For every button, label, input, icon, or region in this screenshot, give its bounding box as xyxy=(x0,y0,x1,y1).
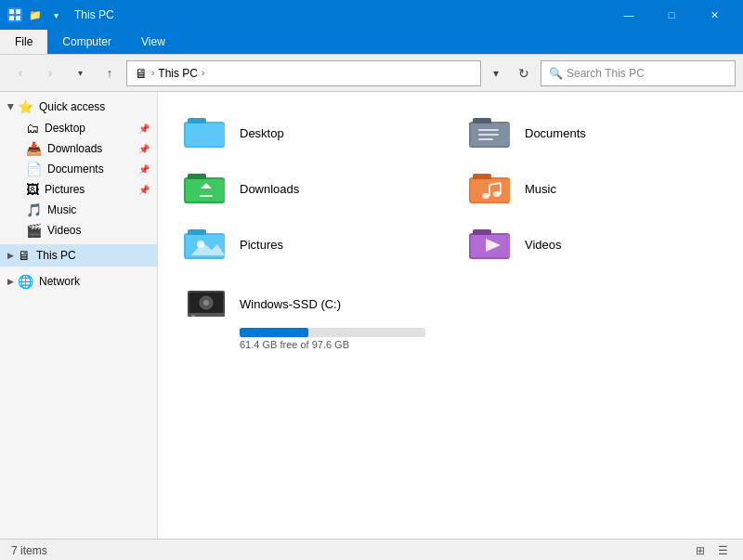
address-path[interactable]: 🖥 › This PC › xyxy=(126,60,481,86)
desktop-folder-icon-large xyxy=(184,114,228,151)
drive-space-text: 61.4 GB free of 97.6 GB xyxy=(240,339,717,350)
sidebar-item-desktop-label: Desktop xyxy=(45,122,85,135)
sidebar-item-videos[interactable]: 🎬 Videos xyxy=(0,220,157,241)
view-buttons: ⊞ ☰ xyxy=(691,541,732,560)
maximize-button[interactable]: □ xyxy=(650,0,693,30)
folder-item-desktop[interactable]: Desktop xyxy=(173,107,443,159)
search-box[interactable]: 🔍 Search This PC xyxy=(541,60,736,86)
path-arrow2: › xyxy=(202,68,204,78)
ribbon-tabs: File Computer View xyxy=(0,30,743,54)
downloads-folder-icon: 📥 xyxy=(26,141,42,156)
music-folder-icon-large xyxy=(469,170,514,207)
folder-item-pictures[interactable]: Pictures xyxy=(173,218,443,270)
svg-rect-2 xyxy=(9,16,14,20)
window-title: This PC xyxy=(74,8,607,21)
pictures-folder-icon: 🖼 xyxy=(26,182,39,197)
folder-nav-icon: 📁 xyxy=(28,7,43,22)
close-button[interactable]: ✕ xyxy=(693,0,736,30)
documents-folder-label: Documents xyxy=(525,126,586,140)
status-bar: 7 items ⊞ ☰ xyxy=(0,539,743,560)
sidebar-item-pictures[interactable]: 🖼 Pictures 📌 xyxy=(0,179,157,200)
pictures-folder-icon-large xyxy=(184,226,228,263)
music-folder-label: Music xyxy=(525,182,556,196)
network-label: Network xyxy=(39,275,80,288)
window-controls: — □ ✕ xyxy=(607,0,736,30)
minimize-button[interactable]: — xyxy=(607,0,650,30)
drive-bar-container: 61.4 GB free of 97.6 GB xyxy=(240,328,717,350)
sidebar-item-pictures-label: Pictures xyxy=(45,183,85,196)
sidebar-section-network: ▶ 🌐 Network xyxy=(0,270,157,293)
pin-icon: 📌 xyxy=(138,124,150,134)
item-count: 7 items xyxy=(11,544,47,557)
network-header[interactable]: ▶ 🌐 Network xyxy=(0,270,157,293)
list-view-button[interactable]: ☰ xyxy=(713,541,732,560)
address-dropdown-button[interactable]: ▾ xyxy=(485,60,507,86)
quick-access-arrow: ▶ xyxy=(7,104,16,111)
sidebar-item-downloads[interactable]: 📥 Downloads 📌 xyxy=(0,138,157,159)
drive-item-c[interactable]: Windows-SSD (C:) 61.4 GB free of 97.6 GB xyxy=(173,278,728,358)
recent-locations-button[interactable]: ▾ xyxy=(67,60,93,86)
sidebar-item-desktop[interactable]: 🗂 Desktop 📌 xyxy=(0,118,157,138)
sidebar-section-quick-access: ▶ ⭐ Quick access 🗂 Desktop 📌 📥 Downloads… xyxy=(0,96,157,241)
up-button[interactable]: ↑ xyxy=(97,60,123,86)
this-pc-header[interactable]: ▶ 🖥 This PC xyxy=(0,244,157,267)
grid-view-button[interactable]: ⊞ xyxy=(691,541,710,560)
this-pc-icon: 🖥 xyxy=(18,248,31,263)
path-arrow: › xyxy=(151,68,154,78)
sidebar-item-documents-label: Documents xyxy=(47,163,104,176)
ribbon: File Computer View xyxy=(0,30,743,55)
ribbon-spacer xyxy=(180,30,717,54)
back-button[interactable]: ‹ xyxy=(7,60,33,86)
title-bar: 📁 ▾ This PC — □ ✕ xyxy=(0,0,743,30)
sidebar-item-documents[interactable]: 📄 Documents 📌 xyxy=(0,159,157,179)
sidebar-item-music-label: Music xyxy=(47,203,76,216)
help-button[interactable] xyxy=(717,30,743,54)
sidebar-item-videos-label: Videos xyxy=(47,224,81,237)
music-folder-icon: 🎵 xyxy=(26,202,42,217)
documents-folder-icon: 📄 xyxy=(26,162,42,176)
folder-item-documents[interactable]: Documents xyxy=(458,107,728,159)
folder-item-music[interactable]: Music xyxy=(458,163,728,215)
this-pc-arrow: ▶ xyxy=(7,251,14,260)
this-pc-label: This PC xyxy=(36,249,76,262)
main-layout: ▶ ⭐ Quick access 🗂 Desktop 📌 📥 Downloads… xyxy=(0,92,743,539)
content-area: Desktop Documents xyxy=(158,92,743,539)
pin-icon-2: 📌 xyxy=(138,144,150,154)
svg-rect-10 xyxy=(478,129,499,131)
pin-icon-3: 📌 xyxy=(138,164,150,175)
tab-computer[interactable]: Computer xyxy=(47,30,126,54)
tab-view[interactable]: View xyxy=(126,30,180,54)
svg-rect-15 xyxy=(186,179,225,202)
sidebar-item-music[interactable]: 🎵 Music xyxy=(0,200,157,220)
app-icon xyxy=(7,7,22,22)
title-dropdown-icon[interactable]: ▾ xyxy=(48,7,63,22)
svg-rect-17 xyxy=(200,195,213,197)
path-computer-icon: 🖥 xyxy=(135,66,148,81)
folders-grid: Desktop Documents xyxy=(173,107,728,270)
folder-item-videos[interactable]: Videos xyxy=(458,218,728,270)
tab-file[interactable]: File xyxy=(0,30,47,54)
svg-rect-1 xyxy=(16,9,20,14)
svg-rect-12 xyxy=(478,138,493,140)
search-placeholder: Search This PC xyxy=(567,67,645,80)
svg-rect-6 xyxy=(186,124,225,146)
drive-top: Windows-SSD (C:) xyxy=(184,285,717,322)
folder-item-downloads[interactable]: Downloads xyxy=(173,163,443,215)
svg-point-21 xyxy=(482,193,489,199)
svg-point-22 xyxy=(493,191,501,197)
desktop-folder-label: Desktop xyxy=(240,126,284,140)
quick-access-label: Quick access xyxy=(39,100,105,113)
forward-button[interactable]: › xyxy=(37,60,63,86)
quick-access-header[interactable]: ▶ ⭐ Quick access xyxy=(0,96,157,118)
desktop-folder-icon: 🗂 xyxy=(26,121,39,136)
drive-progress-bg xyxy=(240,328,425,337)
videos-folder-label: Videos xyxy=(525,238,562,252)
downloads-folder-label: Downloads xyxy=(240,182,299,196)
drives-section: Windows-SSD (C:) 61.4 GB free of 97.6 GB xyxy=(173,278,728,358)
drive-c-label: Windows-SSD (C:) xyxy=(240,297,341,311)
sidebar-section-this-pc: ▶ 🖥 This PC xyxy=(0,244,157,267)
sidebar-item-downloads-label: Downloads xyxy=(47,142,102,155)
title-bar-icons: 📁 ▾ xyxy=(7,7,63,22)
search-icon: 🔍 xyxy=(549,67,563,80)
refresh-button[interactable]: ↻ xyxy=(511,60,537,86)
